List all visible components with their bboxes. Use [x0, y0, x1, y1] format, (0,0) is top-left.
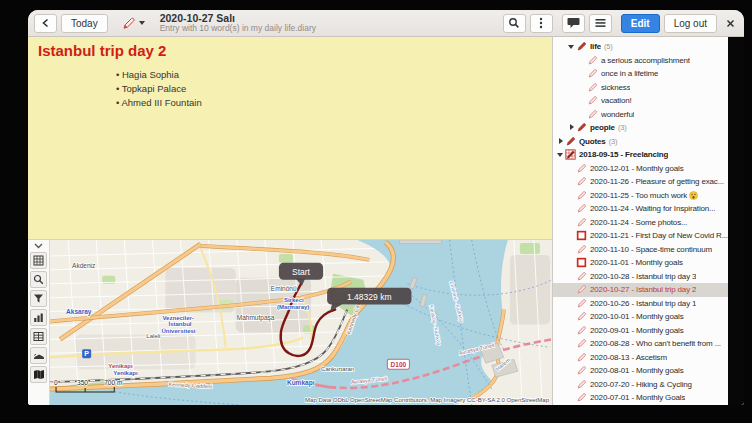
sidebar-entry[interactable]: 2020-11-10 - Space-time continuum [553, 243, 744, 257]
waypoint-grid-button[interactable] [30, 252, 47, 269]
expander-spacer [567, 326, 576, 335]
back-button[interactable] [34, 14, 57, 33]
expander-spacer [567, 164, 576, 173]
sidebar-entry[interactable]: 2020-11-25 - Too much work [553, 189, 744, 203]
close-icon [726, 19, 735, 28]
pencil-outline-icon [587, 82, 598, 93]
sidebar-entry[interactable]: vacation! [553, 94, 744, 108]
entry-tools-menubutton[interactable] [118, 14, 148, 33]
pencil-outline-icon [576, 284, 587, 295]
sidebar-entry[interactable]: wonderful [553, 108, 744, 122]
statistics-button[interactable] [30, 309, 47, 326]
sidebar-entry[interactable]: life(5) [553, 40, 744, 54]
bar-chart-icon [33, 312, 44, 323]
pencil-outline-icon [576, 203, 587, 214]
entry-text-view[interactable]: Istanbul trip day 2 Hagia Sophia Topkapi… [28, 37, 552, 239]
sidebar-entry[interactable]: 2020-07-01 - Monthly Goals [553, 391, 744, 405]
table-icon [33, 331, 44, 342]
svg-text:P: P [84, 351, 89, 358]
expander-spacer [567, 272, 576, 281]
chapter-icon [565, 149, 576, 160]
sidebar-entry[interactable]: 2020-11-24 - Waiting for Inspiration... [553, 202, 744, 216]
content-area: Istanbul trip day 2 Hagia Sophia Topkapi… [28, 37, 744, 405]
pencil-outline-icon [576, 311, 587, 322]
expander-right-icon[interactable] [567, 123, 576, 132]
filter-button[interactable] [30, 290, 47, 307]
map-canvas[interactable]: P D100 AkdenizAksarayVezneciler-İstanbul… [50, 240, 552, 405]
sidebar-entry[interactable]: Quotes(3) [553, 135, 744, 149]
sidebar-entry[interactable]: 2020-08-28 - Who can't benefit from ... [553, 337, 744, 351]
app-window: Today 2020-10-27 Salı Entry with 10 word… [28, 10, 744, 405]
expander-spacer [578, 96, 587, 105]
sidebar-entry[interactable]: 2020-11-24 - Some photos... [553, 216, 744, 230]
sidebar-entry[interactable]: 2018-09-15 - Freelancing [553, 148, 744, 162]
sidebar-entry[interactable]: 2020-10-27 - Istanbul trip day 2 [553, 283, 744, 297]
menu-button[interactable] [589, 14, 612, 33]
expander-spacer [567, 299, 576, 308]
svg-text:1.48329 km: 1.48329 km [347, 292, 392, 302]
sidebar-entry[interactable]: 2020-08-13 - Ascetism [553, 351, 744, 365]
sidebar-entry-label: 2020-08-01 - Monthly goals [590, 366, 684, 375]
expander-spacer [567, 231, 576, 240]
map-view-button[interactable] [30, 366, 47, 383]
close-window-button[interactable] [723, 14, 738, 33]
sidebar-entry[interactable]: 2020-11-26 - Pleasure of getting exac... [553, 175, 744, 189]
sidebar-entry-label: 2020-10-28 - Istanbul trip day 3 [590, 272, 696, 281]
expander-spacer [567, 285, 576, 294]
svg-text:0: 0 [54, 379, 58, 386]
pencil-outline-icon [576, 190, 587, 201]
data-table-button[interactable] [30, 328, 47, 345]
frowning-face-icon [689, 191, 698, 200]
expander-spacer [567, 366, 576, 375]
expander-spacer [567, 191, 576, 200]
pencil-icon [121, 16, 136, 31]
expander-down-icon[interactable] [556, 150, 565, 159]
sidebar-entry[interactable]: 2020-08-01 - Monthly goals [553, 364, 744, 378]
expander-spacer [567, 380, 576, 389]
sidebar-entry-label: sickness [601, 83, 630, 92]
expander-down-icon[interactable] [567, 42, 576, 51]
logout-button[interactable]: Log out [664, 14, 717, 33]
sidebar-entry[interactable]: sickness [553, 81, 744, 95]
sidebar-entry-label: 2020-10-26 - Istanbul trip day 1 [590, 299, 696, 308]
expander-right-icon[interactable] [556, 137, 565, 146]
search-button[interactable] [503, 14, 526, 33]
pencil-solid-icon [576, 41, 587, 52]
map-place-label: (Marmaray) [277, 304, 309, 310]
sidebar-entry[interactable]: 2020-12-01 - Monthly goals [553, 162, 744, 176]
sidebar-entry-label: 2020-07-20 - Hiking & Cycling [590, 380, 692, 389]
kebab-menu-icon [539, 17, 543, 29]
sidebar-entry[interactable]: 2020-10-01 - Monthly goals [553, 310, 744, 324]
pencil-outline-icon [576, 379, 587, 390]
map-search-button[interactable] [30, 271, 47, 288]
today-button[interactable]: Today [61, 14, 108, 33]
svg-text:350: 350 [77, 379, 88, 386]
pencil-outline-icon [587, 55, 598, 66]
entry-pane: Istanbul trip day 2 Hagia Sophia Topkapi… [28, 37, 553, 405]
sidebar-entry[interactable]: 2020-10-26 - Istanbul trip day 1 [553, 297, 744, 311]
expander-spacer [578, 69, 587, 78]
pencil-solid-icon [576, 122, 587, 133]
sidebar-entry[interactable]: 2020-07-20 - Hiking & Cycling [553, 378, 744, 392]
pencil-outline-icon [576, 176, 587, 187]
comments-button[interactable] [562, 14, 585, 33]
pencil-outline-icon [576, 338, 587, 349]
sidebar-entry[interactable]: 2020-09-01 - Monthly goals [553, 324, 744, 338]
pencil-outline-icon [587, 95, 598, 106]
sidebar-entry[interactable]: a serious accomplishment [553, 54, 744, 68]
sidebar-entry[interactable]: 2020-11-21 - First Day of New Covid R... [553, 229, 744, 243]
pencil-outline-icon [576, 217, 587, 228]
sidebar-entry-label: 2020-12-01 - Monthly goals [590, 164, 684, 173]
sidebar-entry[interactable]: once in a lifetime [553, 67, 744, 81]
sidebar-entry[interactable]: people(3) [553, 121, 744, 135]
square-icon [576, 257, 587, 268]
sidebar-entry[interactable]: 2020-10-28 - Istanbul trip day 3 [553, 270, 744, 284]
map-icon [33, 369, 45, 380]
more-options-button[interactable] [530, 14, 553, 33]
sidebar-entry-label: 2020-11-25 - Too much work [590, 191, 687, 200]
sidebar-entry[interactable]: 2020-11-01 - Monthly goals [553, 256, 744, 270]
toolbar-collapse-button[interactable] [28, 241, 49, 251]
activity-button[interactable] [30, 347, 47, 364]
sidebar-entry[interactable]: 2020-03-18 - Some stats [553, 405, 744, 406]
edit-button[interactable]: Edit [621, 14, 660, 33]
